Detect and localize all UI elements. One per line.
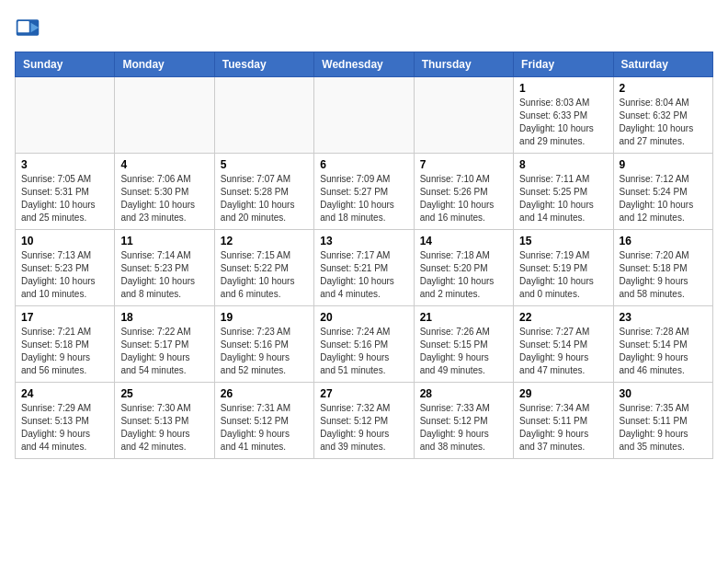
day-info: Sunrise: 8:03 AM Sunset: 6:33 PM Dayligh…	[519, 97, 607, 148]
day-number: 8	[519, 158, 607, 171]
day-info: Sunrise: 7:05 AM Sunset: 5:31 PM Dayligh…	[21, 173, 108, 224]
day-number: 12	[221, 235, 308, 247]
col-header-sunday: Sunday	[16, 52, 115, 77]
day-number: 18	[120, 311, 208, 324]
calendar-cell: 1Sunrise: 8:03 AM Sunset: 6:33 PM Daylig…	[514, 77, 613, 154]
day-number: 16	[620, 235, 707, 247]
calendar-cell: 8Sunrise: 7:11 AM Sunset: 5:25 PM Daylig…	[514, 154, 613, 230]
day-number: 24	[21, 387, 108, 400]
day-number: 14	[420, 235, 507, 247]
calendar-cell: 3Sunrise: 7:05 AM Sunset: 5:31 PM Daylig…	[16, 154, 115, 230]
calendar-cell	[214, 77, 313, 154]
calendar-cell: 30Sunrise: 7:35 AM Sunset: 5:11 PM Dayli…	[613, 383, 712, 459]
day-info: Sunrise: 7:10 AM Sunset: 5:26 PM Dayligh…	[420, 173, 507, 224]
calendar-cell: 13Sunrise: 7:17 AM Sunset: 5:21 PM Dayli…	[314, 230, 414, 306]
calendar-cell: 20Sunrise: 7:24 AM Sunset: 5:16 PM Dayli…	[314, 306, 414, 383]
calendar-cell: 11Sunrise: 7:14 AM Sunset: 5:23 PM Dayli…	[115, 230, 214, 306]
col-header-tuesday: Tuesday	[214, 52, 313, 77]
calendar-cell: 17Sunrise: 7:21 AM Sunset: 5:18 PM Dayli…	[16, 306, 115, 383]
day-number: 1	[519, 82, 607, 95]
calendar-cell: 10Sunrise: 7:13 AM Sunset: 5:23 PM Dayli…	[16, 230, 115, 306]
calendar-cell: 25Sunrise: 7:30 AM Sunset: 5:13 PM Dayli…	[115, 383, 214, 459]
calendar-cell: 28Sunrise: 7:33 AM Sunset: 5:12 PM Dayli…	[414, 383, 513, 459]
logo	[15, 15, 44, 40]
day-info: Sunrise: 7:23 AM Sunset: 5:16 PM Dayligh…	[221, 326, 308, 377]
day-info: Sunrise: 7:18 AM Sunset: 5:20 PM Dayligh…	[420, 249, 507, 301]
day-number: 30	[620, 387, 707, 400]
day-number: 27	[320, 387, 407, 400]
week-row-4: 17Sunrise: 7:21 AM Sunset: 5:18 PM Dayli…	[16, 306, 713, 383]
calendar-cell	[414, 77, 513, 154]
page-header	[15, 15, 713, 40]
week-row-1: 1Sunrise: 8:03 AM Sunset: 6:33 PM Daylig…	[16, 77, 713, 154]
day-info: Sunrise: 7:14 AM Sunset: 5:23 PM Dayligh…	[120, 249, 208, 301]
calendar-cell: 14Sunrise: 7:18 AM Sunset: 5:20 PM Dayli…	[414, 230, 513, 306]
day-info: Sunrise: 7:06 AM Sunset: 5:30 PM Dayligh…	[120, 173, 208, 224]
day-number: 9	[620, 158, 707, 171]
calendar-cell: 2Sunrise: 8:04 AM Sunset: 6:32 PM Daylig…	[613, 77, 712, 154]
day-number: 13	[320, 235, 407, 247]
day-number: 25	[120, 387, 208, 400]
calendar-cell: 21Sunrise: 7:26 AM Sunset: 5:15 PM Dayli…	[414, 306, 513, 383]
day-info: Sunrise: 7:29 AM Sunset: 5:13 PM Dayligh…	[21, 402, 108, 454]
calendar-table: SundayMondayTuesdayWednesdayThursdayFrid…	[15, 52, 713, 459]
day-info: Sunrise: 7:21 AM Sunset: 5:18 PM Dayligh…	[21, 326, 108, 377]
day-number: 4	[120, 158, 208, 171]
calendar-cell: 5Sunrise: 7:07 AM Sunset: 5:28 PM Daylig…	[214, 154, 313, 230]
col-header-saturday: Saturday	[613, 52, 712, 77]
svg-rect-2	[18, 21, 29, 32]
col-header-monday: Monday	[115, 52, 214, 77]
day-number: 10	[21, 235, 108, 247]
day-info: Sunrise: 7:20 AM Sunset: 5:18 PM Dayligh…	[620, 249, 707, 301]
day-info: Sunrise: 7:07 AM Sunset: 5:28 PM Dayligh…	[221, 173, 308, 224]
calendar-cell: 23Sunrise: 7:28 AM Sunset: 5:14 PM Dayli…	[613, 306, 712, 383]
calendar-cell: 6Sunrise: 7:09 AM Sunset: 5:27 PM Daylig…	[314, 154, 414, 230]
calendar-cell: 7Sunrise: 7:10 AM Sunset: 5:26 PM Daylig…	[414, 154, 513, 230]
week-row-5: 24Sunrise: 7:29 AM Sunset: 5:13 PM Dayli…	[16, 383, 713, 459]
day-number: 2	[620, 82, 707, 95]
day-info: Sunrise: 7:19 AM Sunset: 5:19 PM Dayligh…	[519, 249, 607, 301]
calendar-cell: 29Sunrise: 7:34 AM Sunset: 5:11 PM Dayli…	[514, 383, 613, 459]
day-number: 15	[519, 235, 607, 247]
calendar-cell: 4Sunrise: 7:06 AM Sunset: 5:30 PM Daylig…	[115, 154, 214, 230]
day-info: Sunrise: 7:24 AM Sunset: 5:16 PM Dayligh…	[320, 326, 407, 377]
day-number: 21	[420, 311, 507, 324]
day-info: Sunrise: 7:26 AM Sunset: 5:15 PM Dayligh…	[420, 326, 507, 377]
day-info: Sunrise: 7:12 AM Sunset: 5:24 PM Dayligh…	[620, 173, 707, 224]
day-number: 3	[21, 158, 108, 171]
day-info: Sunrise: 7:32 AM Sunset: 5:12 PM Dayligh…	[320, 402, 407, 454]
day-info: Sunrise: 7:17 AM Sunset: 5:21 PM Dayligh…	[320, 249, 407, 301]
day-info: Sunrise: 7:11 AM Sunset: 5:25 PM Dayligh…	[519, 173, 607, 224]
day-info: Sunrise: 7:30 AM Sunset: 5:13 PM Dayligh…	[120, 402, 208, 454]
day-info: Sunrise: 7:31 AM Sunset: 5:12 PM Dayligh…	[221, 402, 308, 454]
calendar-cell: 26Sunrise: 7:31 AM Sunset: 5:12 PM Dayli…	[214, 383, 313, 459]
day-info: Sunrise: 7:33 AM Sunset: 5:12 PM Dayligh…	[420, 402, 507, 454]
week-row-3: 10Sunrise: 7:13 AM Sunset: 5:23 PM Dayli…	[16, 230, 713, 306]
calendar-cell: 22Sunrise: 7:27 AM Sunset: 5:14 PM Dayli…	[514, 306, 613, 383]
calendar-cell: 16Sunrise: 7:20 AM Sunset: 5:18 PM Dayli…	[613, 230, 712, 306]
calendar-cell: 27Sunrise: 7:32 AM Sunset: 5:12 PM Dayli…	[314, 383, 414, 459]
day-info: Sunrise: 8:04 AM Sunset: 6:32 PM Dayligh…	[620, 97, 707, 148]
day-info: Sunrise: 7:34 AM Sunset: 5:11 PM Dayligh…	[519, 402, 607, 454]
col-header-friday: Friday	[514, 52, 613, 77]
day-number: 6	[320, 158, 407, 171]
day-number: 28	[420, 387, 507, 400]
day-number: 20	[320, 311, 407, 324]
day-number: 22	[519, 311, 607, 324]
day-number: 29	[519, 387, 607, 400]
day-info: Sunrise: 7:09 AM Sunset: 5:27 PM Dayligh…	[320, 173, 407, 224]
day-number: 26	[221, 387, 308, 400]
day-number: 19	[221, 311, 308, 324]
day-info: Sunrise: 7:15 AM Sunset: 5:22 PM Dayligh…	[221, 249, 308, 301]
calendar-cell: 19Sunrise: 7:23 AM Sunset: 5:16 PM Dayli…	[214, 306, 313, 383]
calendar-header-row: SundayMondayTuesdayWednesdayThursdayFrid…	[16, 52, 713, 77]
col-header-wednesday: Wednesday	[314, 52, 414, 77]
day-info: Sunrise: 7:13 AM Sunset: 5:23 PM Dayligh…	[21, 249, 108, 301]
col-header-thursday: Thursday	[414, 52, 513, 77]
calendar-cell: 15Sunrise: 7:19 AM Sunset: 5:19 PM Dayli…	[514, 230, 613, 306]
calendar-cell	[16, 77, 115, 154]
day-number: 5	[221, 158, 308, 171]
logo-icon	[15, 15, 40, 40]
calendar-cell: 12Sunrise: 7:15 AM Sunset: 5:22 PM Dayli…	[214, 230, 313, 306]
calendar-cell	[115, 77, 214, 154]
